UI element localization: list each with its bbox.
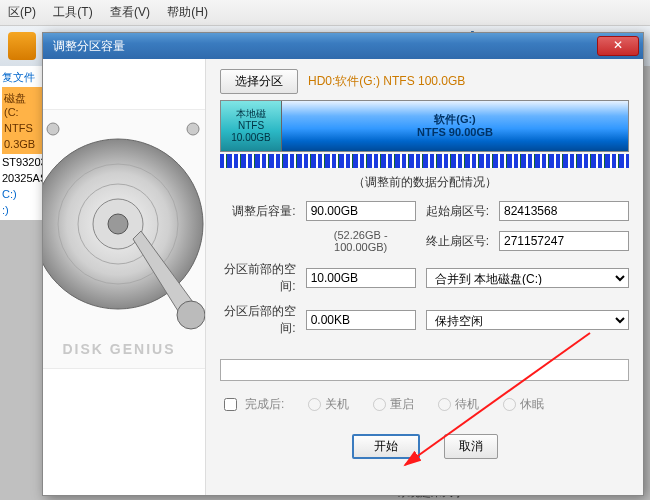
after-done-checkbox[interactable]: 完成后: (220, 395, 284, 414)
svg-point-6 (177, 301, 205, 329)
menu-tools[interactable]: 工具(T) (53, 5, 92, 19)
selected-disk-label: HD0:软件(G:) NTFS 100.0GB (308, 73, 465, 90)
recover-files: 复文件 (2, 68, 42, 87)
space-after-target-select[interactable]: 保持空闲 (426, 310, 629, 330)
toolbar-icon (8, 32, 36, 60)
allocation-map (220, 154, 629, 168)
svg-point-7 (47, 123, 59, 135)
label-end-sector: 终止扇区号: (426, 233, 489, 250)
menu-view[interactable]: 查看(V) (110, 5, 150, 19)
left-panel: 复文件 磁盘(C: NTFS 0.3GB ST93203 20325AS C:)… (0, 66, 45, 220)
label-space-after: 分区后部的空间: (220, 303, 296, 337)
size-range-hint: (52.26GB - 100.00GB) (306, 229, 416, 253)
radio-standby[interactable]: 待机 (438, 396, 479, 413)
label-space-before: 分区前部的空间: (220, 261, 296, 295)
partition-bar[interactable]: 本地磁 NTFS 10.00GB 软件(G:) NTFS 90.00GB (220, 100, 629, 152)
select-partition-button[interactable]: 选择分区 (220, 69, 298, 94)
radio-restart[interactable]: 重启 (373, 396, 414, 413)
menu-help[interactable]: 帮助(H) (167, 5, 208, 19)
svg-point-8 (187, 123, 199, 135)
app-menubar: 区(P) 工具(T) 查看(V) 帮助(H) (0, 0, 650, 26)
section-title: （调整前的数据分配情况） (220, 174, 629, 191)
label-start-sector: 起始扇区号: (426, 203, 489, 220)
svg-point-5 (108, 214, 128, 234)
dialog-title: 调整分区容量 (53, 38, 597, 55)
radio-hibernate[interactable]: 休眠 (503, 396, 544, 413)
partition-c: 磁盘(C: (4, 89, 40, 120)
harddisk-icon: DISK GENIUS (43, 109, 206, 369)
end-sector-input[interactable] (499, 231, 629, 251)
close-button[interactable]: ✕ (597, 36, 639, 56)
resize-partition-dialog: 调整分区容量 ✕ (42, 32, 644, 496)
space-before-target-select[interactable]: 合并到 本地磁盘(C:) (426, 268, 629, 288)
label-after-size: 调整后容量: (220, 203, 296, 220)
progress-bar (220, 359, 629, 381)
partition-main-segment[interactable]: 软件(G:) NTFS 90.00GB (282, 101, 628, 151)
disk-illustration: DISK GENIUS (43, 59, 206, 495)
space-before-input[interactable] (306, 268, 416, 288)
partition-front-segment[interactable]: 本地磁 NTFS 10.00GB (221, 101, 282, 151)
radio-shutdown[interactable]: 关机 (308, 396, 349, 413)
space-after-input[interactable] (306, 310, 416, 330)
start-button[interactable]: 开始 (352, 434, 420, 459)
start-sector-input[interactable] (499, 201, 629, 221)
menu-zone[interactable]: 区(P) (8, 5, 36, 19)
after-size-input[interactable] (306, 201, 416, 221)
svg-text:DISK GENIUS: DISK GENIUS (62, 341, 175, 357)
cancel-button[interactable]: 取消 (444, 434, 498, 459)
after-done-row: 完成后: 关机 重启 待机 休眠 (220, 395, 629, 414)
dialog-titlebar: 调整分区容量 ✕ (43, 33, 643, 59)
